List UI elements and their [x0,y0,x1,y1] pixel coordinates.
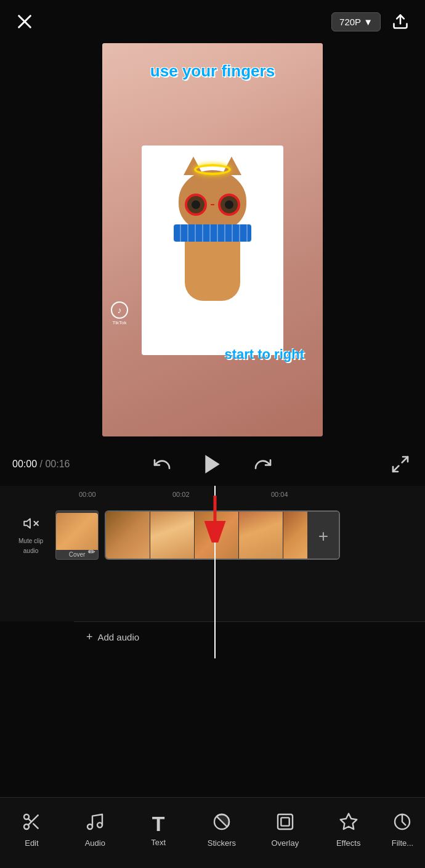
tiktok-label: TikTok [113,320,127,326]
mute-label: Mute clip [18,538,43,545]
time-mark-0: 00:00 [79,491,96,498]
toolbar-item-text[interactable]: T Text [134,813,183,847]
svg-marker-3 [205,455,219,473]
playback-controls: 00:00 / 00:16 [0,443,425,486]
glasses-bridge [211,204,214,205]
svg-point-16 [87,824,92,829]
redo-button[interactable] [251,452,275,477]
clip-frame-2 [150,512,195,560]
toolbar-label-text: Text [151,838,166,847]
tiktok-logo: ♪ TikTok [111,301,128,326]
time-display: 00:00 / 00:16 [12,459,70,470]
toolbar-label-filter: Filte... [392,838,413,848]
svg-line-14 [34,824,38,828]
overlay-text-bottom: start to right [224,346,304,362]
scissors-icon [22,812,41,835]
add-audio-row: + Add audio [74,621,425,652]
svg-rect-20 [281,817,289,825]
upload-button[interactable] [388,9,413,34]
time-separator: / [37,459,45,469]
fullscreen-button[interactable] [388,452,413,477]
cover-thumbnail[interactable]: ✏ Cover [55,510,99,560]
toolbar-item-stickers[interactable]: Stickers [197,812,246,848]
toolbar-item-audio[interactable]: Audio [70,812,119,848]
toolbar-item-filter[interactable]: Filte... [387,812,418,848]
toolbar-item-effects[interactable]: Effects [324,812,373,848]
clip-frame-4 [239,512,283,560]
pupil-left [192,200,200,209]
clip-frame-1 [106,512,150,560]
close-button[interactable] [12,9,37,34]
time-current: 00:00 [12,459,37,469]
quality-arrow-icon: ▼ [363,17,373,27]
cat-body [157,164,268,337]
sticker-icon [212,812,232,835]
toolbar-item-overlay[interactable]: Overlay [261,812,310,848]
header-right: 720P ▼ [331,9,413,34]
time-total: 00:16 [45,459,70,469]
cat-card [142,145,283,355]
mute-label2: audio [23,547,38,555]
toolbar-label-stickers: Stickers [208,838,236,848]
svg-marker-8 [24,518,30,528]
svg-line-15 [28,819,31,822]
toolbar-label-overlay: Overlay [271,838,299,848]
overlay-icon [275,812,295,835]
cat-scarf [174,224,251,242]
play-button[interactable] [199,451,226,478]
time-mark-2: 00:04 [271,491,288,498]
svg-point-17 [97,822,102,827]
overlay-text-top: use your fingers [150,62,275,81]
playhead-arrow [201,493,229,545]
cover-label: Cover [69,551,86,558]
add-audio-button[interactable]: + Add audio [86,631,139,644]
toolbar-label-effects: Effects [336,838,361,848]
undo-button[interactable] [150,452,174,477]
cat-head [179,170,246,232]
glass-right [218,194,240,216]
quality-label: 720P [339,17,361,27]
header: 720P ▼ [0,0,425,43]
bottom-toolbar: Edit Audio T Text Stickers [0,797,425,868]
svg-marker-21 [340,814,357,829]
halo [194,164,231,175]
video-background: use your fingers [102,43,323,436]
toolbar-label-audio: Audio [85,838,105,848]
cover-image [56,513,98,550]
cat-torso [185,227,240,301]
cat-glasses [185,194,240,216]
music-icon [85,812,105,835]
mute-icon [23,515,39,535]
video-preview: use your fingers [102,43,323,436]
tiktok-circle: ♪ [111,301,128,319]
glass-left [185,194,207,216]
clip-frame-5 [283,512,308,560]
toolbar-item-edit[interactable]: Edit [7,812,56,848]
cover-edit-icon: ✏ [88,547,95,557]
add-audio-plus-icon: + [86,631,93,644]
toolbar-label-edit: Edit [25,838,38,848]
pupil-right [225,200,233,209]
quality-button[interactable]: 720P ▼ [331,12,381,31]
effects-icon [339,812,358,835]
add-audio-label: Add audio [98,632,140,642]
svg-line-5 [393,466,399,472]
time-mark-1: 00:02 [172,491,190,498]
add-clip-button[interactable]: + [308,512,339,560]
svg-rect-19 [278,814,293,829]
svg-line-4 [402,457,408,462]
filter-icon [392,812,412,835]
text-icon: T [152,813,165,834]
mute-clip-button[interactable]: Mute clip audio [12,515,49,555]
